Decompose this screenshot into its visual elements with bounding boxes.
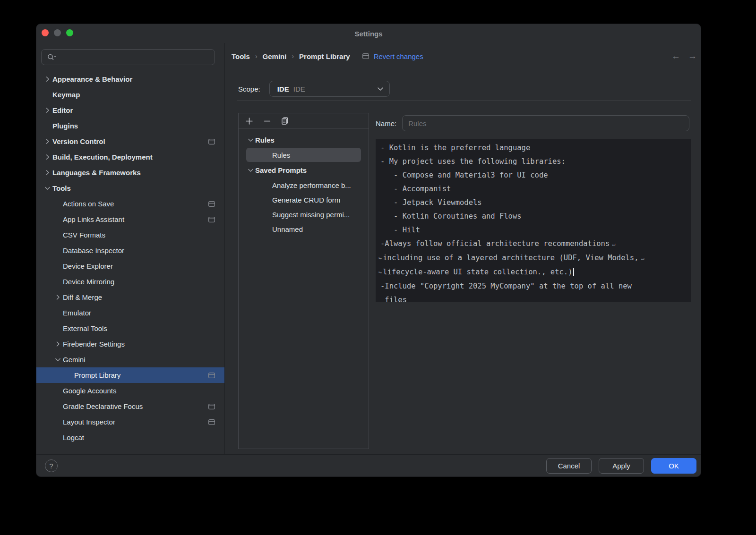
forward-arrow-button[interactable]: →	[688, 51, 697, 61]
breadcrumb-item-tools[interactable]: Tools	[232, 52, 250, 60]
name-label: Name:	[376, 119, 396, 127]
breadcrumb-row: Tools›Gemini›Prompt Library Revert chang…	[232, 50, 697, 63]
chevron-right-icon[interactable]	[42, 169, 52, 177]
prompt-item-unnamed[interactable]: Unnamed	[246, 222, 361, 236]
sidebar-item-label: Languages & Frameworks	[52, 169, 141, 177]
editor-line: files	[380, 293, 686, 302]
remove-prompt-button[interactable]	[262, 116, 272, 126]
chevron-down-icon[interactable]	[52, 356, 63, 364]
add-prompt-button[interactable]	[244, 116, 254, 126]
chevron-right-icon[interactable]	[42, 138, 52, 145]
settings-search-input[interactable]	[41, 49, 215, 65]
chevron-down-icon[interactable]	[247, 167, 254, 174]
chevron-spacer	[52, 231, 63, 239]
prompt-group-rules[interactable]: Rules	[239, 132, 369, 147]
sidebar-item-label: Appearance & Behavior	[52, 75, 132, 83]
chevron-down-icon[interactable]	[42, 185, 52, 192]
prompt-item-generate-crud-form[interactable]: Generate CRUD form	[246, 193, 361, 207]
breadcrumb-item-prompt-library[interactable]: Prompt Library	[299, 52, 350, 60]
titlebar: Settings	[36, 24, 701, 43]
prompt-group-saved-prompts[interactable]: Saved Prompts	[239, 162, 369, 178]
sidebar-item-tools[interactable]: Tools	[36, 180, 224, 196]
chevron-spacer	[52, 387, 63, 395]
prompt-item-suggest-missing-permi[interactable]: Suggest missing permi...	[246, 207, 361, 221]
prompt-group-label: Rules	[255, 136, 275, 144]
prompt-tree: RulesRulesSaved PromptsAnalyze performan…	[239, 129, 369, 236]
chevron-down-icon[interactable]	[246, 166, 255, 174]
breadcrumb-separator: ›	[255, 52, 258, 60]
chevron-spacer	[52, 216, 63, 223]
chevron-down-icon[interactable]	[54, 356, 61, 363]
help-button[interactable]: ?	[45, 459, 58, 472]
sidebar-item-actions-on-save[interactable]: Actions on Save	[36, 196, 224, 212]
chevron-spacer	[52, 325, 63, 332]
chevron-spacer	[52, 418, 63, 426]
chevron-down-icon[interactable]	[247, 136, 254, 144]
editor-line: -Include "Copyright 2025 MyCompany" at t…	[380, 280, 686, 293]
sidebar-item-plugins[interactable]: Plugins	[36, 118, 224, 134]
chevron-right-icon[interactable]	[44, 76, 51, 83]
sidebar-item-gemini[interactable]: Gemini	[36, 352, 224, 367]
cancel-button[interactable]: Cancel	[546, 458, 592, 474]
chevron-down-icon[interactable]	[44, 185, 51, 192]
soft-wrap-start-icon: ↪	[378, 255, 382, 262]
editor-line-text: files	[380, 296, 407, 302]
sidebar-item-version-control[interactable]: Version Control	[36, 134, 224, 149]
settings-window: Settings Appearance & BehaviorKeymapEdit…	[36, 24, 701, 477]
breadcrumb-item-gemini[interactable]: Gemini	[263, 52, 287, 60]
chevron-right-icon[interactable]	[44, 107, 51, 114]
sidebar-item-editor[interactable]: Editor	[36, 102, 224, 118]
prompt-text-editor[interactable]: - Kotlin is the preferred language- My p…	[376, 139, 691, 302]
prompt-item-label: Rules	[272, 151, 290, 159]
prompt-item-rules[interactable]: Rules	[246, 148, 361, 162]
sidebar-item-languages-frameworks[interactable]: Languages & Frameworks	[36, 165, 224, 180]
sidebar-item-diff-merge[interactable]: Diff & Merge	[36, 289, 224, 305]
sidebar-item-device-mirroring[interactable]: Device Mirroring	[36, 274, 224, 289]
chevron-right-icon[interactable]	[52, 294, 63, 301]
chevron-right-icon[interactable]	[42, 76, 52, 83]
chevron-right-icon[interactable]	[52, 340, 63, 348]
editor-line: - Kotlin Coroutines and Flows	[380, 210, 686, 223]
sidebar-item-app-links-assistant[interactable]: App Links Assistant	[36, 212, 224, 227]
sidebar-item-logcat[interactable]: Logcat	[36, 430, 224, 445]
sidebar-item-csv-formats[interactable]: CSV Formats	[36, 227, 224, 243]
chevron-down-icon[interactable]	[246, 136, 255, 144]
editor-line: - Accompanist	[380, 182, 686, 196]
history-navigation: ← →	[671, 51, 697, 61]
window-title: Settings	[36, 24, 701, 43]
chevron-right-icon[interactable]	[54, 294, 61, 301]
apply-button[interactable]: Apply	[599, 458, 644, 474]
prompt-group-label: Saved Prompts	[255, 166, 307, 174]
ok-button[interactable]: OK	[651, 458, 696, 474]
prompt-name-input[interactable]	[402, 115, 689, 131]
chevron-right-icon[interactable]	[44, 169, 51, 176]
editor-line-text: - Hilt	[380, 226, 420, 234]
revert-changes-link[interactable]: Revert changes	[374, 52, 423, 60]
chevron-spacer	[52, 434, 63, 442]
prompt-item-analyze-performance-b[interactable]: Analyze performance b...	[246, 178, 361, 192]
sidebar-item-external-tools[interactable]: External Tools	[36, 321, 224, 336]
sidebar-item-gradle-declarative-focus[interactable]: Gradle Declarative Focus	[36, 399, 224, 414]
back-arrow-button[interactable]: ←	[671, 51, 680, 61]
breadcrumb-separator: ›	[292, 52, 294, 60]
sidebar-item-prompt-library[interactable]: Prompt Library	[36, 367, 224, 383]
sidebar-item-device-explorer[interactable]: Device Explorer	[36, 258, 224, 274]
chevron-right-icon[interactable]	[54, 340, 61, 348]
scope-dropdown[interactable]: IDE IDE	[269, 81, 390, 97]
sidebar-item-label: Logcat	[63, 433, 84, 442]
duplicate-prompt-button[interactable]	[280, 116, 290, 126]
chevron-right-icon[interactable]	[42, 107, 52, 114]
chevron-right-icon[interactable]	[44, 153, 51, 161]
chevron-right-icon[interactable]	[44, 138, 51, 145]
sidebar-item-build-execution-deployment[interactable]: Build, Execution, Deployment	[36, 149, 224, 165]
dialog-footer: ? Cancel Apply OK	[36, 454, 701, 476]
sidebar-item-firebender-settings[interactable]: Firebender Settings	[36, 336, 224, 352]
sidebar-item-appearance-behavior[interactable]: Appearance & Behavior	[36, 71, 224, 87]
editor-line-text: lifecycle-aware UI state collection., et…	[383, 268, 572, 276]
sidebar-item-emulator[interactable]: Emulator	[36, 305, 224, 321]
sidebar-item-database-inspector[interactable]: Database Inspector	[36, 243, 224, 258]
sidebar-item-keymap[interactable]: Keymap	[36, 87, 224, 102]
chevron-right-icon[interactable]	[42, 153, 52, 161]
sidebar-item-layout-inspector[interactable]: Layout Inspector	[36, 414, 224, 430]
sidebar-item-google-accounts[interactable]: Google Accounts	[36, 383, 224, 399]
